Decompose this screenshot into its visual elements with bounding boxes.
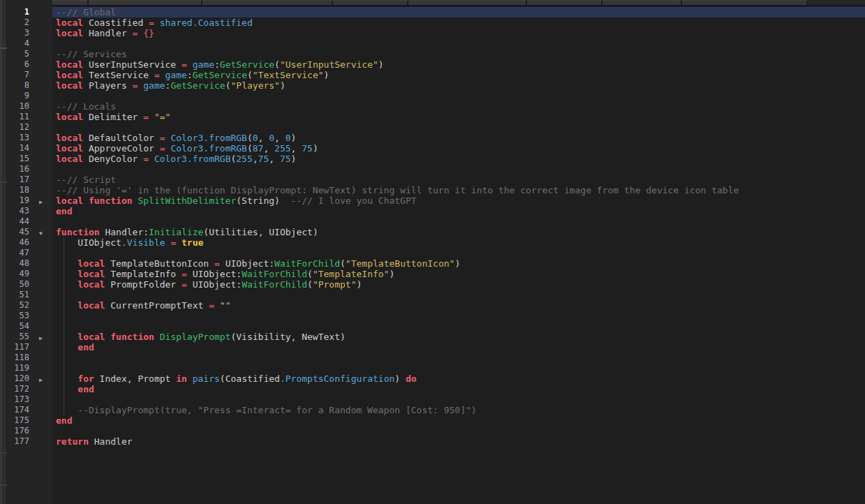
code-token: return (56, 436, 89, 447)
line-number: 53 (7, 311, 32, 321)
code-line-content[interactable]: end (52, 342, 865, 353)
code-line-content[interactable]: local DefaultColor = Color3.fromRGB(0, 0… (52, 133, 865, 143)
code-line-content[interactable]: local TemplateInfo = UIObject:WaitForChi… (52, 269, 865, 279)
code-line-content[interactable]: return Handler (52, 436, 865, 447)
code-line-content[interactable]: local Handler = {} (52, 28, 865, 38)
code-token: local function (77, 332, 159, 342)
tab-segment[interactable] (202, 0, 333, 5)
tab-segment[interactable] (89, 0, 202, 5)
code-line-content[interactable]: local TemplateButtonIcon = UIObject:Wait… (52, 258, 865, 269)
code-token: function (56, 227, 100, 237)
code-line-content[interactable]: local function DisplayPrompt(Visibility,… (52, 332, 865, 342)
code-line-content[interactable] (52, 311, 865, 321)
code-line-content[interactable]: for Index, Prompt in pairs(Coastified.Pr… (52, 373, 865, 384)
code-token: end (77, 342, 94, 353)
code-token (154, 17, 160, 28)
code-line-content[interactable] (52, 321, 865, 332)
line-number: 175 (7, 415, 32, 426)
code-token: , (291, 143, 302, 154)
fold-column (32, 405, 52, 415)
tab-segment[interactable] (682, 0, 808, 5)
code-line: 2local Coastified = shared.Coastified (7, 17, 865, 28)
code-line-content[interactable]: end (52, 384, 865, 394)
code-line-content[interactable] (52, 91, 865, 101)
code-line-content[interactable] (52, 394, 865, 405)
code-line: 14local ApproveColor = Color3.fromRGB(87… (7, 143, 865, 154)
line-number: 120 (7, 373, 32, 384)
code-line-content[interactable] (52, 38, 865, 49)
code-token: GetService (170, 80, 225, 91)
code-token: local (56, 133, 83, 143)
tab-segment[interactable] (602, 0, 682, 5)
code-line-content[interactable]: --DisplayPrompt(true, "Press =Interact= … (52, 405, 865, 415)
code-token: 75 (258, 154, 269, 164)
code-line-content[interactable]: local Delimiter = "=" (52, 112, 865, 122)
code-line-content[interactable]: local DenyColor = Color3.fromRGB(255,75,… (52, 154, 865, 164)
code-line-content[interactable]: local Coastified = shared.Coastified (52, 17, 865, 28)
tab-segment[interactable] (408, 0, 527, 5)
code-token: 255 (274, 143, 290, 154)
code-token: ) (291, 133, 297, 143)
code-token (56, 342, 77, 353)
code-line-content[interactable]: end (52, 206, 865, 216)
tab-strip-filler (808, 0, 865, 5)
code-line-content[interactable] (52, 353, 865, 363)
code-line-content[interactable]: UIObject.Visible = true (52, 237, 865, 248)
code-line-content[interactable]: --// Locals (52, 101, 865, 112)
line-number: 9 (7, 91, 32, 101)
line-number: 10 (7, 101, 32, 112)
code-line: 53 (7, 311, 865, 321)
code-token: local (77, 300, 105, 311)
code-token (214, 300, 220, 311)
code-line-content[interactable] (52, 426, 865, 436)
code-line-content[interactable]: local UserInputService = game:GetService… (52, 59, 865, 70)
window-tab-strip (7, 0, 865, 6)
fold-column (32, 363, 52, 373)
code-editor[interactable]: 1--// Global2local Coastified = shared.C… (7, 7, 865, 504)
code-line-content[interactable] (52, 164, 865, 175)
code-line: 52 local CurrentPromptText = "" (7, 300, 865, 311)
code-token: pairs (193, 373, 220, 384)
code-token: (String) (236, 195, 280, 206)
code-line-content[interactable]: function Handler:Initialize(Utilities, U… (52, 227, 865, 237)
code-line-content[interactable]: local function SplitWithDelimiter(String… (52, 195, 865, 206)
code-line-content[interactable] (52, 248, 865, 258)
fold-column (32, 342, 52, 353)
code-line-content[interactable]: local TextService = game:GetService("Tex… (52, 70, 865, 80)
code-token: 0 (253, 133, 258, 143)
code-line-content[interactable]: --// Global (52, 7, 865, 17)
code-token: ) (389, 269, 394, 279)
code-line: 175end (7, 415, 865, 426)
code-token: CurrentPromptText (105, 300, 209, 311)
tab-segment[interactable] (333, 0, 408, 5)
fold-column (32, 101, 52, 112)
code-line-content[interactable] (52, 122, 865, 133)
tab-segment[interactable] (527, 0, 602, 5)
code-line-content[interactable]: local ApproveColor = Color3.fromRGB(87, … (52, 143, 865, 154)
code-line: 117 end (7, 342, 865, 353)
code-token: Color3.fromRGB (170, 133, 247, 143)
line-number: 15 (7, 154, 32, 164)
code-line-content[interactable]: local Players = game:GetService("Players… (52, 80, 865, 91)
code-token: ( (340, 258, 346, 269)
code-line-content[interactable]: local PromptFolder = UIObject:WaitForChi… (52, 279, 865, 290)
line-number: 51 (7, 290, 32, 300)
line-number: 52 (7, 300, 32, 311)
code-token: "TemplateInfo" (313, 269, 390, 279)
code-line-content[interactable]: --// Services (52, 49, 865, 59)
line-number: 45 (7, 227, 32, 237)
line-number: 5 (7, 49, 32, 59)
code-token: , (274, 133, 286, 143)
code-token: UIObject: (220, 258, 274, 269)
code-token: Players (83, 80, 132, 91)
code-line-content[interactable]: --// Using '=' in the (function DisplayP… (52, 185, 865, 195)
code-line-content[interactable]: end (52, 415, 865, 426)
code-line: 15local DenyColor = Color3.fromRGB(255,7… (7, 154, 865, 164)
code-line-content[interactable] (52, 290, 865, 300)
code-line-content[interactable]: --// Script (52, 175, 865, 185)
code-line-content[interactable] (52, 216, 865, 227)
code-line-content[interactable] (52, 363, 865, 373)
fold-column (32, 70, 52, 80)
code-line-content[interactable]: local CurrentPromptText = "" (52, 300, 865, 311)
code-token: local (56, 59, 83, 70)
